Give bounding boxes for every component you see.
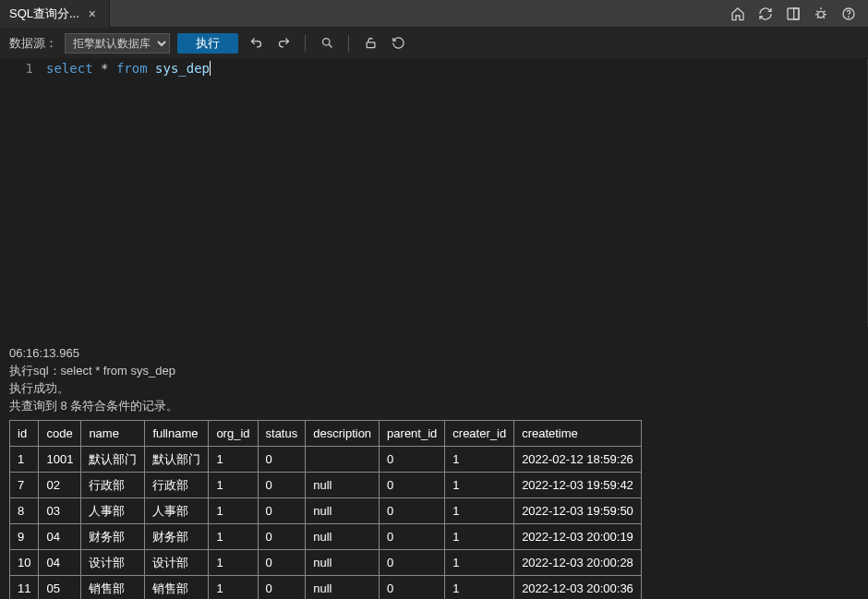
cell-fullname: 行政部 (145, 473, 209, 498)
cell-org_id: 1 (209, 473, 258, 498)
sql-editor[interactable]: 1 select * from sys_dep (0, 59, 868, 327)
line-gutter: 1 (0, 59, 46, 327)
code-area[interactable]: select * from sys_dep (46, 59, 867, 327)
svg-point-4 (849, 17, 850, 18)
table-row[interactable]: 702行政部行政部10null012022-12-03 19:59:42 (10, 473, 642, 498)
cell-org_id: 1 (209, 498, 258, 524)
table-row[interactable]: 904财务部财务部10null012022-12-03 20:00:19 (10, 524, 642, 550)
table-body: 11001默认部门默认部门10012022-02-12 18:59:26702行… (10, 447, 642, 599)
table-row[interactable]: 1105销售部销售部10null012022-12-03 20:00:36 (10, 576, 642, 599)
log-sql: 执行sql：select * from sys_dep (9, 363, 859, 380)
redo-icon[interactable] (273, 33, 294, 54)
cell-parent_id: 0 (380, 576, 445, 599)
cell-description: null (306, 498, 380, 524)
col-name: name (81, 421, 145, 447)
cell-status: 0 (258, 447, 306, 473)
svg-point-2 (818, 11, 825, 18)
cell-createtime: 2022-02-12 18:59:26 (514, 447, 642, 473)
cell-org_id: 1 (209, 576, 258, 599)
toolbar: 数据源： 拒擎默认数据库 执行 (0, 28, 868, 59)
cell-id: 8 (10, 498, 39, 524)
layout-icon[interactable] (783, 4, 803, 24)
tab-label: SQL查询分... (9, 6, 79, 22)
separator (305, 35, 306, 52)
cell-code: 02 (39, 473, 81, 498)
cell-createtime: 2022-12-03 19:59:42 (514, 473, 642, 498)
cell-parent_id: 0 (380, 498, 445, 524)
svg-rect-6 (367, 42, 375, 48)
cell-description: null (306, 473, 380, 498)
separator (348, 35, 349, 52)
refresh-icon[interactable] (755, 4, 776, 24)
log-success: 执行成功。 (9, 380, 859, 398)
unlock-icon[interactable] (360, 33, 380, 54)
keyword-from: from (116, 61, 148, 76)
cell-status: 0 (258, 524, 306, 550)
cell-id: 9 (10, 524, 39, 550)
table-row[interactable]: 1004设计部设计部10null012022-12-03 20:00:28 (10, 550, 642, 576)
close-icon[interactable]: × (85, 6, 100, 21)
log-count: 共查询到 8 条符合条件的记录。 (9, 398, 859, 415)
cell-createtime: 2022-12-03 20:00:19 (514, 524, 642, 550)
undo-icon[interactable] (246, 33, 266, 54)
cell-name: 销售部 (81, 576, 145, 599)
svg-point-5 (322, 39, 330, 46)
cell-creater_id: 1 (445, 576, 514, 599)
cell-fullname: 财务部 (145, 524, 209, 550)
col-code: code (39, 421, 81, 447)
cell-creater_id: 1 (445, 550, 514, 576)
col-creater_id: creater_id (445, 421, 514, 447)
cell-id: 7 (10, 473, 39, 498)
cell-parent_id: 0 (380, 524, 445, 550)
home-icon[interactable] (728, 4, 748, 24)
text-cursor (210, 61, 211, 76)
line-number: 1 (0, 61, 33, 76)
help-icon[interactable] (838, 4, 859, 24)
cell-org_id: 1 (209, 447, 258, 473)
cell-code: 03 (39, 498, 81, 524)
cell-creater_id: 1 (445, 447, 514, 473)
datasource-label: 数据源： (9, 35, 57, 52)
operator-star: * (101, 61, 108, 76)
cell-description (306, 447, 380, 473)
table-row[interactable]: 11001默认部门默认部门10012022-02-12 18:59:26 (10, 447, 642, 473)
cell-parent_id: 0 (380, 447, 445, 473)
svg-rect-1 (794, 8, 799, 19)
col-fullname: fullname (145, 421, 209, 447)
cell-description: null (306, 524, 380, 550)
search-icon[interactable] (317, 33, 337, 54)
tab-sql-query[interactable]: SQL查询分... × (0, 0, 110, 28)
col-org_id: org_id (209, 421, 258, 447)
col-status: status (258, 421, 306, 447)
cell-code: 05 (39, 576, 81, 599)
cell-createtime: 2022-12-03 20:00:28 (514, 550, 642, 576)
bug-icon[interactable] (811, 4, 831, 24)
cell-status: 0 (258, 550, 306, 576)
cell-name: 行政部 (81, 473, 145, 498)
cell-name: 人事部 (81, 498, 145, 524)
col-description: description (306, 421, 380, 447)
result-table: idcodenamefullnameorg_idstatusdescriptio… (9, 420, 642, 599)
cell-code: 04 (39, 550, 81, 576)
execute-button[interactable]: 执行 (177, 33, 238, 54)
reload-icon[interactable] (388, 33, 408, 54)
col-parent_id: parent_id (380, 421, 445, 447)
cell-creater_id: 1 (445, 473, 514, 498)
table-row[interactable]: 803人事部人事部10null012022-12-03 19:59:50 (10, 498, 642, 524)
cell-description: null (306, 576, 380, 599)
cell-status: 0 (258, 498, 306, 524)
cell-parent_id: 0 (380, 473, 445, 498)
datasource-select[interactable]: 拒擎默认数据库 (65, 33, 170, 54)
cell-id: 10 (10, 550, 39, 576)
table-header-row: idcodenamefullnameorg_idstatusdescriptio… (10, 421, 642, 447)
cell-name: 设计部 (81, 550, 145, 576)
cell-createtime: 2022-12-03 19:59:50 (514, 498, 642, 524)
cell-status: 0 (258, 473, 306, 498)
cell-fullname: 人事部 (145, 498, 209, 524)
col-createtime: createtime (514, 421, 642, 447)
keyword-select: select (46, 61, 93, 76)
cell-org_id: 1 (209, 550, 258, 576)
results-panel: 06:16:13.965 执行sql：select * from sys_dep… (0, 327, 868, 599)
cell-fullname: 销售部 (145, 576, 209, 599)
cell-org_id: 1 (209, 524, 258, 550)
